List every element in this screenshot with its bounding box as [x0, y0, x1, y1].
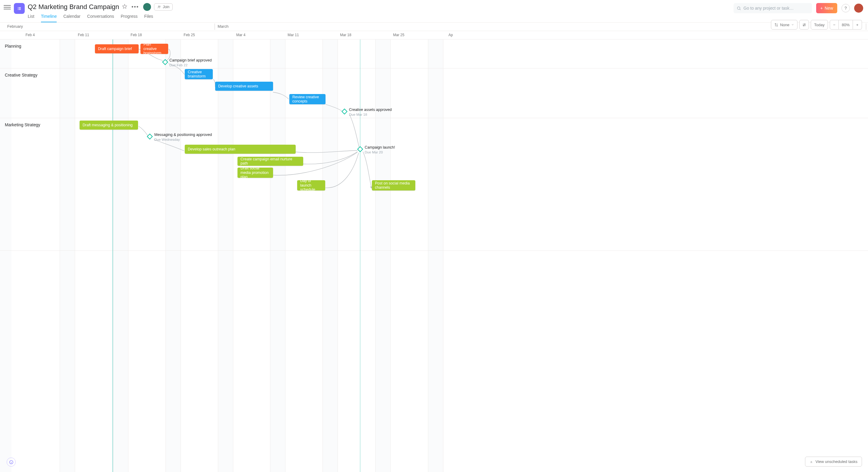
people-icon [157, 5, 161, 9]
sort-icon [774, 23, 778, 27]
week-label: Mar 11 [287, 33, 299, 37]
menu-toggle[interactable] [4, 3, 11, 10]
task-bar[interactable]: Day of launch schedule [297, 180, 325, 190]
svg-point-11 [803, 25, 804, 26]
svg-point-7 [158, 6, 159, 7]
star-icon[interactable] [122, 4, 127, 10]
week-label: Mar 25 [393, 33, 404, 37]
tab-progress[interactable]: Progress [121, 12, 138, 22]
task-bar[interactable]: Draft campaign brief [95, 44, 138, 53]
svg-point-10 [804, 24, 805, 24]
week-label: Mar 4 [236, 33, 246, 37]
unscheduled-tasks-button[interactable]: View unscheduled tasks [805, 457, 862, 467]
member-avatar[interactable] [143, 3, 151, 11]
tab-calendar[interactable]: Calendar [63, 12, 81, 22]
week-scale: Feb 4 Feb 11 Feb 18 Feb 25 Mar 4 Mar 11 … [0, 31, 868, 39]
list-icon [17, 6, 22, 10]
join-label: Join [163, 5, 169, 9]
task-bar[interactable]: Plan creative brainstorm [141, 44, 168, 54]
timeline-grid[interactable]: Planning Draft campaign brief Plan creat… [0, 39, 868, 472]
user-avatar[interactable] [854, 4, 863, 13]
milestone[interactable] [341, 108, 347, 115]
global-search[interactable]: Go to any project or task… [734, 3, 812, 13]
svg-point-8 [159, 6, 160, 7]
tab-list[interactable]: List [28, 12, 34, 22]
month-scale: February March [0, 23, 868, 31]
milestone-label: Creative assets approvedDue Mar 18 [349, 107, 392, 117]
svg-rect-4 [18, 9, 19, 10]
new-label: New [825, 6, 833, 10]
section-label-planning[interactable]: Planning [5, 44, 22, 49]
task-bar[interactable]: Develop creative assets [215, 82, 273, 91]
milestone-label: Messaging & positioning approvedDue Wedn… [154, 133, 212, 142]
task-bar[interactable]: Review creative concepts [289, 94, 326, 104]
question-icon: ? [844, 6, 847, 10]
task-bar[interactable]: Post on social media channels [372, 180, 415, 190]
svg-marker-6 [123, 4, 127, 8]
task-bar[interactable]: Draft social media promotion plan [238, 167, 273, 178]
week-label: Mar 18 [340, 33, 351, 37]
svg-rect-2 [18, 8, 19, 9]
zoom-level[interactable]: 80% [839, 20, 853, 30]
project-icon[interactable] [14, 3, 25, 14]
sort-label: None [780, 23, 789, 27]
project-title[interactable]: Q2 Marketing Brand Campaign [28, 3, 119, 11]
join-button[interactable]: Join [154, 3, 173, 10]
search-icon [737, 6, 741, 10]
minus-icon: − [833, 23, 835, 27]
month-divider [215, 24, 215, 30]
zoom-in-button[interactable]: + [853, 20, 862, 30]
week-label: Feb 4 [26, 33, 35, 37]
help-button[interactable]: ? [841, 4, 850, 12]
info-icon [9, 460, 13, 465]
sliders-icon [802, 23, 807, 27]
month-label: March [218, 24, 228, 29]
filter-button[interactable] [799, 20, 809, 30]
section-label-creative[interactable]: Creative Strategy [5, 73, 37, 77]
milestone[interactable] [147, 133, 153, 139]
zoom-out-button[interactable]: − [830, 20, 839, 30]
more-actions-icon[interactable]: ••• [130, 4, 140, 10]
plus-icon: + [820, 6, 823, 10]
milestone[interactable] [357, 146, 363, 152]
info-button[interactable] [7, 458, 16, 467]
svg-rect-1 [19, 7, 21, 8]
sort-button[interactable]: None [771, 20, 798, 30]
svg-rect-0 [18, 7, 19, 8]
tab-files[interactable]: Files [144, 12, 153, 22]
svg-rect-3 [19, 8, 21, 9]
search-placeholder: Go to any project or task… [744, 6, 794, 10]
chevrons-up-icon [809, 460, 813, 464]
milestone-label: Campaign launch!Due Mar 20 [365, 145, 395, 155]
unscheduled-label: View unscheduled tasks [815, 459, 858, 464]
task-bar[interactable]: Creative brainstorm [185, 69, 213, 79]
milestone-label: Campaign brief approvedDue Feb 22 [169, 58, 212, 67]
tab-timeline[interactable]: Timeline [41, 12, 57, 22]
week-label: Feb 18 [130, 33, 142, 37]
week-label: Feb 11 [78, 33, 89, 37]
milestone[interactable] [162, 59, 168, 65]
task-bar[interactable]: Create campaign email nurture path [238, 157, 303, 166]
plus-icon: + [856, 23, 859, 27]
task-bar[interactable]: Draft messaging & positioning [80, 121, 138, 130]
svg-rect-5 [19, 9, 21, 10]
today-button[interactable]: Today [811, 20, 828, 30]
chevron-down-icon [791, 23, 794, 26]
tab-conversations[interactable]: Conversations [87, 12, 114, 22]
task-bar[interactable]: Develop sales outreach plan [185, 145, 296, 154]
week-label: Ap [448, 33, 453, 37]
new-button[interactable]: + New [816, 3, 837, 13]
svg-point-9 [737, 7, 740, 9]
month-divider [866, 24, 866, 30]
section-label-marketing[interactable]: Marketing Strategy [5, 122, 40, 127]
month-label: February [7, 24, 23, 29]
week-label: Feb 25 [184, 33, 195, 37]
